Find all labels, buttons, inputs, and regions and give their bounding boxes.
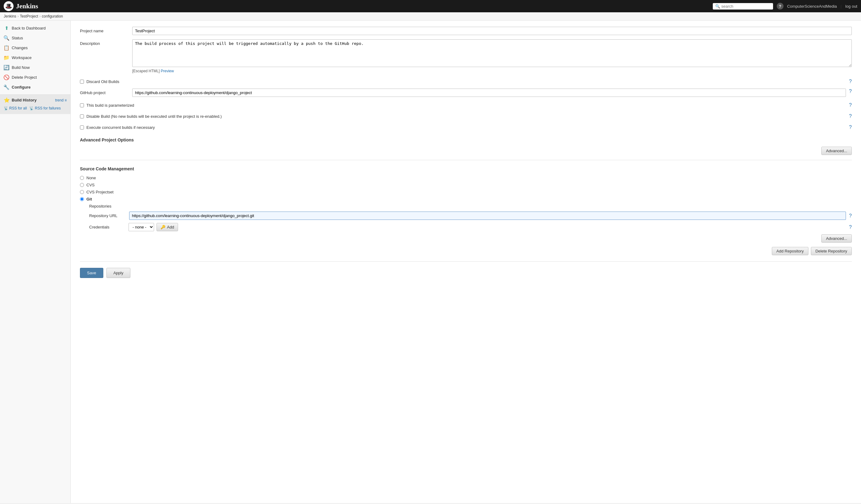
layout: ⬆ Back to Dashboard 🔍 Status 📋 Changes 📁… (0, 21, 861, 503)
build-now-icon: 🔄 (4, 65, 9, 70)
rss-failures-label: RSS for failures (35, 106, 60, 110)
escaped-html-note: [Escaped HTML] Preview (132, 69, 852, 73)
delete-repository-button[interactable]: Delete Repository (811, 247, 852, 255)
scm-cvs-label[interactable]: CVS (86, 183, 95, 187)
sidebar-item-delete-project[interactable]: 🚫 Delete Project (0, 72, 70, 82)
configure-icon: 🔧 (4, 84, 9, 90)
add-repository-button[interactable]: Add Repository (772, 247, 808, 255)
username-label: ComputerScienceAndMedia (787, 4, 837, 9)
logout-link[interactable]: log out (845, 4, 857, 9)
sidebar-label-configure: Configure (12, 85, 30, 90)
discard-old-builds-help-icon[interactable]: ? (849, 79, 852, 84)
scm-cvs-radio[interactable] (80, 183, 84, 187)
scm-cvs-projectset-label[interactable]: CVS Projectset (86, 190, 113, 194)
repository-url-input[interactable] (129, 212, 846, 220)
repository-url-help-icon[interactable]: ? (849, 213, 852, 219)
scm-git-radio[interactable] (80, 197, 84, 201)
sidebar-item-configure[interactable]: 🔧 Configure (0, 82, 70, 92)
advanced-project-options-wrap: Advanced... (80, 147, 852, 155)
repositories-section: Repositories Repository URL ? Credential… (89, 204, 852, 255)
github-project-wrap (132, 88, 846, 97)
project-name-row: Project name (80, 27, 852, 35)
github-project-row: GitHub project ? (80, 88, 852, 97)
back-dashboard-icon: ⬆ (4, 25, 9, 31)
concurrent-builds-checkbox[interactable] (80, 125, 84, 130)
concurrent-builds-help-icon[interactable]: ? (849, 124, 852, 130)
concurrent-builds-label[interactable]: Execute concurrent builds if necessary (86, 125, 155, 130)
breadcrumb-jenkins[interactable]: Jenkins (4, 14, 16, 18)
sidebar-label-status: Status (12, 36, 23, 40)
credentials-add-button[interactable]: 🔑 Add (156, 223, 178, 231)
changes-icon: 📋 (4, 45, 9, 51)
status-icon: 🔍 (4, 35, 9, 41)
description-input[interactable] (132, 39, 852, 67)
sidebar: ⬆ Back to Dashboard 🔍 Status 📋 Changes 📁… (0, 21, 71, 503)
github-project-label: GitHub project (80, 88, 129, 95)
scm-git-label[interactable]: Git (86, 197, 92, 201)
repo-actions: Add Repository Delete Repository (89, 247, 852, 255)
discard-old-builds-label[interactable]: Discard Old Builds (86, 79, 119, 84)
save-button[interactable]: Save (80, 268, 103, 278)
repos-advanced-button[interactable]: Advanced... (821, 234, 852, 243)
credentials-select[interactable]: - none - (128, 223, 154, 231)
sidebar-item-changes[interactable]: 📋 Changes (0, 43, 70, 53)
divider-scm (80, 160, 852, 160)
search-input[interactable] (721, 4, 770, 9)
build-history-title: Build History (12, 98, 37, 103)
rss-failures-link[interactable]: 📡 RSS for failures (29, 106, 60, 110)
delete-project-icon: 🚫 (4, 74, 9, 80)
parameterized-label[interactable]: This build is parameterized (86, 103, 134, 108)
repositories-label-row: Repositories (89, 204, 852, 208)
breadcrumb-sep1: › (17, 14, 19, 18)
disable-build-help-icon[interactable]: ? (849, 113, 852, 119)
advanced-project-options-button[interactable]: Advanced... (821, 147, 852, 155)
github-project-input[interactable] (132, 88, 846, 97)
parameterized-help-icon[interactable]: ? (849, 103, 852, 108)
breadcrumb-testproject[interactable]: TestProject (20, 14, 38, 18)
project-name-input[interactable] (132, 27, 852, 35)
rss-links: 📡 RSS for all 📡 RSS for failures (4, 105, 67, 112)
header-separator: | (841, 4, 842, 9)
github-project-help-icon[interactable]: ? (849, 88, 852, 94)
project-name-wrap (132, 27, 852, 35)
credentials-help-icon[interactable]: ? (849, 224, 852, 230)
scm-option-cvs-projectset: CVS Projectset (80, 190, 852, 194)
rss-all-label: RSS for all (9, 106, 27, 110)
search-icon: 🔍 (715, 4, 720, 9)
preview-link[interactable]: Preview (161, 69, 174, 73)
build-history-star-icon: ⭐ (4, 97, 10, 103)
advanced-project-options-title: Advanced Project Options (80, 137, 852, 144)
disable-build-checkbox[interactable] (80, 114, 84, 118)
build-history-section: ⭐ Build History trend ≡ 📡 RSS for all 📡 … (0, 94, 70, 114)
sidebar-item-status[interactable]: 🔍 Status (0, 33, 70, 43)
discard-old-builds-checkbox[interactable] (80, 80, 84, 84)
sidebar-label-delete-project: Delete Project (12, 75, 37, 80)
rss-all-link[interactable]: 📡 RSS for all (4, 106, 27, 110)
sidebar-item-back-to-dashboard[interactable]: ⬆ Back to Dashboard (0, 23, 70, 33)
sidebar-item-build-now[interactable]: 🔄 Build Now (0, 63, 70, 72)
discard-old-builds-row: Discard Old Builds ? (80, 78, 852, 85)
scm-none-label[interactable]: None (86, 176, 96, 180)
concurrent-builds-row: Execute concurrent builds if necessary ? (80, 123, 852, 131)
disable-build-row: Disable Build (No new builds will be exe… (80, 112, 852, 120)
main-content: Project name Description [Escaped HTML] … (71, 21, 861, 503)
workspace-icon: 📁 (4, 55, 9, 60)
trend-link[interactable]: trend ≡ (55, 98, 67, 103)
apply-button[interactable]: Apply (106, 268, 131, 278)
jenkins-logo: 🎩 (4, 1, 14, 11)
jenkins-title: Jenkins (16, 2, 38, 10)
description-wrap: [Escaped HTML] Preview (132, 39, 852, 73)
breadcrumb-sep2: › (39, 14, 41, 18)
header-left: 🎩 Jenkins (4, 1, 38, 11)
disable-build-label[interactable]: Disable Build (No new builds will be exe… (86, 114, 222, 119)
search-box[interactable]: 🔍 (713, 3, 773, 10)
sidebar-item-workspace[interactable]: 📁 Workspace (0, 53, 70, 63)
credentials-row: Credentials - none - 🔑 Add ? (89, 223, 852, 231)
scm-option-git: Git (80, 197, 852, 201)
header-right: 🔍 ? ComputerScienceAndMedia | log out (713, 3, 857, 10)
scm-none-radio[interactable] (80, 176, 84, 180)
help-button[interactable]: ? (777, 3, 783, 10)
breadcrumb-configuration: configuration (42, 14, 63, 18)
parameterized-checkbox[interactable] (80, 103, 84, 107)
scm-cvs-projectset-radio[interactable] (80, 190, 84, 194)
